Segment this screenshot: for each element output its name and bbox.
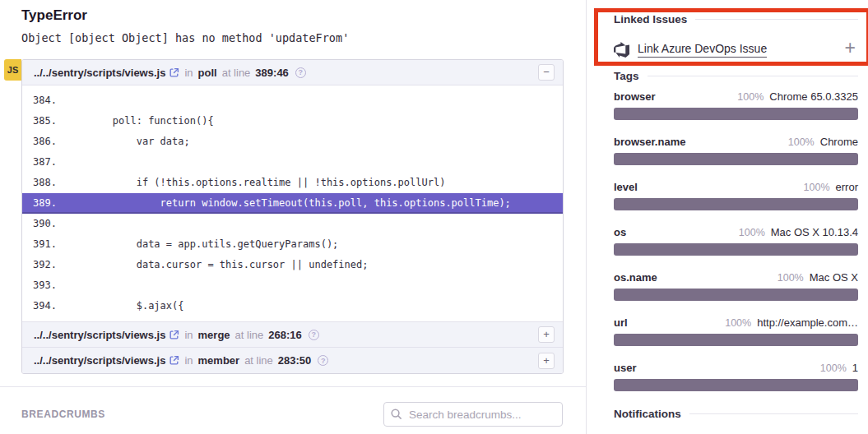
tag-row-user: user 100%1 — [614, 362, 858, 403]
tag-value: Mac OS X — [810, 271, 858, 284]
code-line: 388. if (!this.options.realtime || !this… — [22, 173, 563, 193]
tag-value: 1 — [852, 362, 858, 374]
code-line-highlighted-crash: 389. return window.setTimeout(this.poll,… — [22, 193, 563, 214]
help-question-icon[interactable]: ? — [309, 330, 319, 340]
code-line: 385. poll: function(){ — [22, 111, 563, 132]
code-line: 392. data.cursor = this.cursor || undefi… — [22, 255, 563, 275]
tag-row-browser: browser 100%Chrome 65.0.3325 — [614, 90, 858, 132]
frame-file-path[interactable]: ../../sentry/scripts/views.js — [34, 67, 165, 79]
tag-key: level — [614, 181, 638, 193]
notifications-header: Notifications — [614, 408, 858, 420]
external-link-icon[interactable] — [169, 355, 179, 366]
tag-percent: 100% — [820, 362, 847, 374]
frame-in-label: in — [184, 67, 193, 79]
frame-atline-label: at line — [222, 67, 251, 79]
search-icon — [390, 408, 402, 423]
sidebar: Linked Issues Link Azure DevOps Issue + … — [586, 0, 868, 434]
frame-line-number: 283:50 — [278, 354, 311, 367]
frame-function-name: merge — [198, 329, 230, 341]
page-title: TypeError — [21, 7, 87, 24]
tag-row-os: os 100%Mac OS X 10.13.4 — [614, 226, 858, 267]
tag-percent: 100% — [739, 227, 765, 238]
linked-issues-heading-label: Linked Issues — [614, 13, 687, 25]
expand-frame-button[interactable]: + — [538, 326, 555, 343]
link-azure-devops-issue-link[interactable]: Link Azure DevOps Issue — [638, 42, 767, 58]
error-message: Object [object Object] has no method 'up… — [21, 31, 349, 44]
tag-value: Chrome 65.0.3325 — [769, 90, 858, 103]
frame-in-label: in — [184, 354, 193, 367]
tag-row-level: level 100%error — [614, 181, 858, 222]
tag-row-url: url 100%http://example.com… — [614, 316, 858, 358]
frame-in-label: in — [184, 329, 193, 341]
search-breadcrumbs-input[interactable] — [383, 402, 563, 427]
stack-frame-header-poll[interactable]: ../../sentry/scripts/views.js in poll at… — [22, 60, 563, 85]
code-line: 390. — [22, 214, 563, 234]
section-divider — [0, 386, 586, 387]
external-link-icon[interactable] — [169, 67, 179, 78]
stacktrace-panel: JS ../../sentry/scripts/views.js in poll… — [21, 59, 564, 374]
tag-value: http://example.com… — [757, 316, 858, 329]
platform-js-badge: JS — [4, 59, 21, 81]
tag-distribution-bar[interactable] — [614, 379, 858, 391]
source-code-context: 384. 385. poll: function(){ 386. var dat… — [22, 85, 563, 322]
header-rule — [689, 413, 858, 414]
tag-distribution-bar[interactable] — [614, 334, 858, 346]
tag-key: os — [614, 226, 626, 238]
header-rule — [648, 76, 858, 76]
frame-function-name: member — [198, 354, 240, 367]
tag-value: Chrome — [820, 136, 858, 148]
tag-row-browser-name: browser.name 100%Chrome — [614, 136, 858, 177]
azure-devops-icon — [614, 42, 629, 58]
notifications-heading-label: Notifications — [614, 408, 681, 420]
tag-distribution-bar[interactable] — [614, 153, 858, 165]
tag-distribution-bar[interactable] — [614, 198, 858, 210]
code-line: 384. — [22, 90, 563, 111]
code-line: 391. data = app.utils.getQueryParams(); — [22, 234, 563, 255]
tags-heading-label: Tags — [614, 70, 639, 82]
tag-percent: 100% — [737, 91, 764, 103]
tag-distribution-bar[interactable] — [614, 289, 858, 301]
linked-issues-header: Linked Issues — [614, 13, 858, 25]
breadcrumbs-heading: BREADCRUMBS — [21, 409, 105, 420]
collapse-frame-button[interactable]: − — [538, 64, 555, 81]
tag-distribution-bar[interactable] — [614, 108, 858, 120]
add-linked-issue-button[interactable]: + — [845, 37, 856, 58]
frame-atline-label: at line — [235, 329, 264, 341]
help-question-icon[interactable]: ? — [295, 67, 306, 78]
tags-header: Tags — [614, 70, 858, 82]
tag-percent: 100% — [777, 272, 804, 284]
tag-key: browser — [614, 90, 656, 103]
code-line: 387. — [22, 152, 563, 173]
help-question-icon[interactable]: ? — [318, 355, 328, 366]
frame-file-path[interactable]: ../../sentry/scripts/views.js — [34, 354, 165, 367]
breadcrumbs-search — [383, 402, 563, 427]
tag-percent: 100% — [725, 317, 751, 329]
frame-line-number: 389:46 — [255, 67, 288, 79]
linked-issue-row: Link Azure DevOps Issue + — [614, 39, 858, 60]
stack-frame-header-merge[interactable]: ../../sentry/scripts/views.js in merge a… — [22, 322, 563, 348]
code-line: 393. — [22, 275, 563, 296]
tag-distribution-bar[interactable] — [614, 243, 858, 256]
code-line: 394. $.ajax({ — [22, 296, 563, 316]
tag-key: url — [614, 316, 628, 329]
tag-key: user — [614, 362, 636, 374]
main-content: TypeError Object [object Object] has no … — [0, 0, 586, 434]
frame-atline-label: at line — [244, 354, 273, 367]
frame-function-name: poll — [198, 67, 217, 79]
tag-key: os.name — [614, 271, 657, 284]
tag-row-os-name: os.name 100%Mac OS X — [614, 271, 858, 312]
frame-file-path[interactable]: ../../sentry/scripts/views.js — [34, 329, 165, 341]
stack-frame-header-member[interactable]: ../../sentry/scripts/views.js in member … — [22, 348, 563, 373]
header-rule — [695, 19, 858, 20]
code-line: 386. var data; — [22, 132, 563, 152]
tag-key: browser.name — [614, 136, 685, 148]
tag-percent: 100% — [804, 182, 830, 193]
frame-line-number: 268:16 — [268, 329, 301, 341]
tag-percent: 100% — [788, 136, 815, 148]
tag-value: error — [836, 181, 858, 193]
external-link-icon[interactable] — [169, 330, 179, 340]
expand-frame-button[interactable]: + — [538, 353, 555, 369]
tag-value: Mac OS X 10.13.4 — [771, 226, 858, 238]
